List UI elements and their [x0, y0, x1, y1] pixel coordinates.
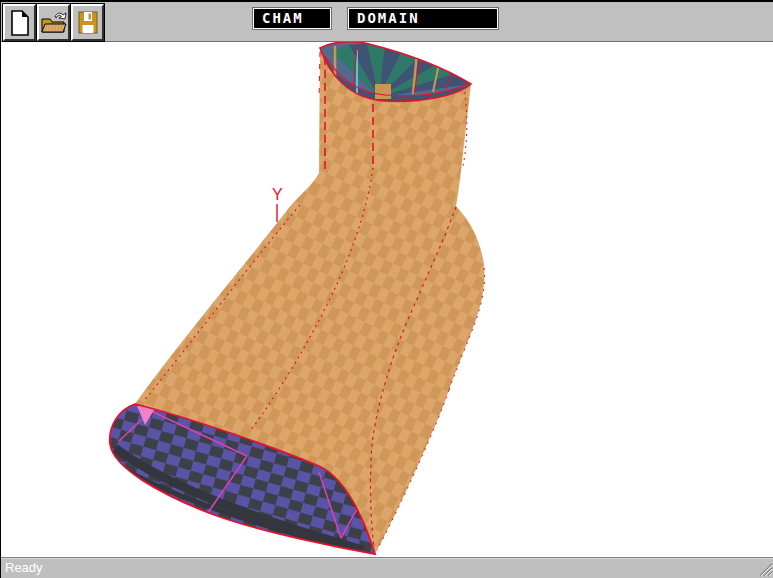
y-axis-marker: Y [272, 186, 283, 222]
app-window: CHAM DOMAIN [0, 0, 773, 578]
save-floppy-icon [76, 9, 100, 37]
domain-field[interactable]: DOMAIN [348, 8, 498, 29]
save-file-button[interactable] [71, 4, 104, 41]
graphics-viewport[interactable]: Y Data from ICEM CFD [1, 42, 773, 557]
resize-grip-icon[interactable] [758, 562, 773, 577]
toolbar: CHAM DOMAIN [1, 0, 773, 42]
open-file-button[interactable] [37, 4, 70, 41]
status-bar: Ready [1, 557, 773, 578]
y-axis-label: Y [272, 186, 283, 203]
new-file-button[interactable] [3, 4, 36, 41]
duct-model: Y [1, 42, 773, 557]
new-document-icon [8, 9, 32, 37]
open-folder-icon [41, 9, 67, 37]
cham-field[interactable]: CHAM [253, 8, 331, 29]
status-text: Ready [5, 560, 43, 575]
